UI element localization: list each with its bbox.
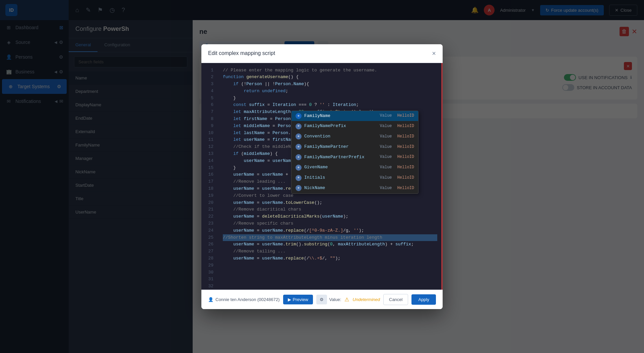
ac-source: HelloID: [397, 175, 414, 181]
footer-settings-button[interactable]: ⚙: [316, 295, 327, 304]
ac-source: HelloID: [397, 154, 414, 160]
ac-icon: ⊕: [296, 175, 302, 181]
person-icon: 👤: [208, 297, 213, 302]
ac-source: HelloID: [397, 113, 414, 119]
ac-icon: ⊕: [296, 165, 302, 171]
ac-name: Initials: [304, 174, 377, 181]
ac-icon: ⊕: [296, 133, 302, 139]
apply-button[interactable]: Apply: [411, 294, 436, 305]
autocomplete-dropdown[interactable]: ⊕ FamilyName Value HelloID ⊕ FamilyNameP…: [291, 111, 418, 194]
ac-source: HelloID: [397, 144, 414, 150]
play-icon: ▶: [288, 297, 291, 302]
footer-right: Value: ⚠ Undetermined Cancel Apply: [329, 294, 436, 305]
code-content: // Please enter the mapping logic to gen…: [217, 63, 443, 290]
ac-source: HelloID: [397, 123, 414, 129]
autocomplete-item[interactable]: ⊕ FamilyName Value HelloID: [292, 111, 418, 121]
autocomplete-item[interactable]: ⊕ NickName Value HelloID: [292, 183, 418, 193]
ac-name: GivenName: [304, 164, 377, 171]
ac-icon: ⊕: [296, 144, 302, 150]
ac-icon: ⊕: [296, 185, 302, 191]
ac-type: Value: [380, 154, 392, 160]
value-undetermined: Undetermined: [352, 297, 380, 302]
code-editor-modal: Edit complex mapping script × 123 456 78…: [201, 44, 443, 309]
modal-footer: 👤 Connie ten Anderson (00248672) ▶ Previ…: [201, 290, 443, 309]
ac-type: Value: [380, 164, 392, 171]
ac-type: Value: [380, 113, 392, 119]
ac-type: Value: [380, 133, 392, 140]
autocomplete-item[interactable]: ⊕ Convention Value HelloID: [292, 131, 418, 142]
autocomplete-item[interactable]: ⊕ FamilyNamePartner Value HelloID: [292, 142, 418, 152]
ac-source: HelloID: [397, 164, 414, 171]
autocomplete-item[interactable]: ⊕ GivenName Value HelloID: [292, 162, 418, 173]
ac-name: Convention: [304, 133, 377, 140]
ac-type: Value: [380, 123, 392, 129]
ac-name: FamilyName: [304, 113, 377, 120]
ac-type: Value: [380, 144, 392, 150]
warning-icon: ⚠: [344, 296, 349, 303]
ac-name: NickName: [304, 185, 377, 192]
modal-overlay: Edit complex mapping script × 123 456 78…: [0, 0, 644, 353]
autocomplete-item[interactable]: ⊕ FamilyNamePrefix Value HelloID: [292, 121, 418, 131]
ac-icon: ⊕: [296, 123, 302, 129]
ac-source: HelloID: [397, 185, 414, 191]
modal-header: Edit complex mapping script ×: [201, 44, 443, 63]
cancel-button[interactable]: Cancel: [383, 294, 408, 305]
ac-icon: ⊕: [296, 154, 302, 160]
footer-person-name: Connie ten Anderson (00248672): [215, 297, 280, 302]
line-numbers: 123 456 789 101112 131415 161718 192021 …: [201, 63, 217, 290]
error-bar: [441, 63, 443, 290]
footer-preview-button[interactable]: ▶ Preview: [283, 295, 313, 304]
ac-name: FamilyNamePartnerPrefix: [304, 154, 377, 161]
autocomplete-item[interactable]: ⊕ Initials Value HelloID: [292, 173, 418, 183]
autocomplete-item[interactable]: ⊕ FamilyNamePartnerPrefix Value HelloID: [292, 152, 418, 163]
ac-type: Value: [380, 185, 392, 191]
value-label: Value:: [329, 297, 341, 302]
modal-close-button[interactable]: ×: [432, 50, 436, 57]
footer-left: 👤 Connie ten Anderson (00248672) ▶ Previ…: [208, 295, 327, 304]
footer-person: 👤 Connie ten Anderson (00248672): [208, 297, 280, 302]
code-editor[interactable]: 123 456 789 101112 131415 161718 192021 …: [201, 63, 443, 290]
ac-icon: ⊕: [296, 113, 302, 119]
ac-type: Value: [380, 175, 392, 181]
ac-source: HelloID: [397, 133, 414, 140]
modal-title: Edit complex mapping script: [208, 50, 275, 56]
ac-name: FamilyNamePrefix: [304, 123, 377, 130]
ac-name: FamilyNamePartner: [304, 143, 377, 151]
